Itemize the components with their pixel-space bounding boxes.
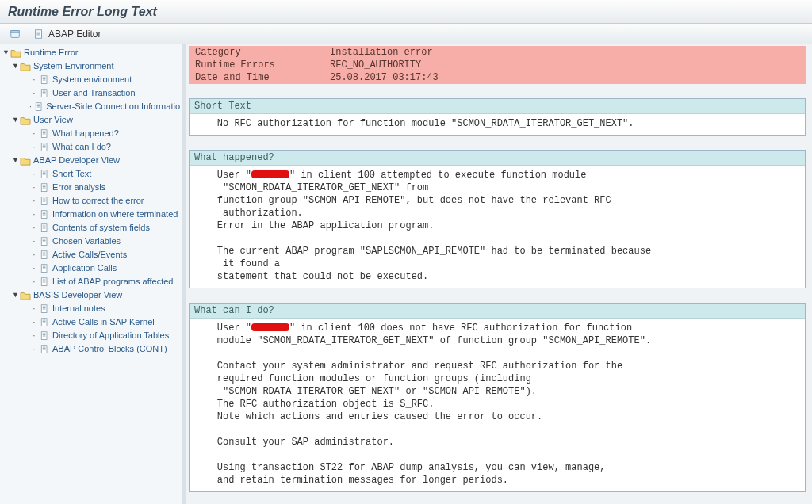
window-title: Runtime Error Long Text: [0, 0, 812, 24]
bullet-icon: ·: [31, 343, 37, 355]
tree-label: Contents of system fields: [52, 222, 150, 234]
tree-label: System environment: [52, 74, 132, 86]
tree-item[interactable]: ·Directory of Application Tables: [0, 329, 182, 342]
section-body: User "" in client 100 does not have RFC …: [190, 319, 805, 491]
tree-folder[interactable]: ▼ABAP Developer View: [0, 154, 182, 167]
tree-item[interactable]: ·What can I do?: [0, 140, 182, 154]
document-icon: [34, 102, 44, 112]
document-icon: [39, 277, 50, 287]
folder-icon: [20, 62, 31, 71]
tree-item[interactable]: ·Internal notes: [0, 302, 182, 315]
document-icon: [39, 264, 50, 273]
bullet-icon: ·: [31, 181, 37, 193]
tree-label: User View: [33, 114, 73, 126]
header-label: Category: [189, 46, 324, 59]
collapse-icon: ▼: [2, 47, 10, 59]
header-label: Date and Time: [189, 71, 324, 84]
header-value: 25.08.2017 03:17:43: [324, 71, 806, 84]
section-title: Short Text: [190, 99, 805, 114]
tree-folder[interactable]: ▼System Environment: [0, 59, 182, 73]
tree-label: ABAP Control Blocks (CONT): [52, 343, 167, 355]
document-icon: [39, 183, 50, 193]
document-icon: [39, 197, 50, 206]
bullet-icon: ·: [31, 276, 37, 288]
document-icon: [39, 223, 50, 233]
tree-item[interactable]: ·Server-Side Connection Informatio: [0, 100, 182, 113]
tree-folder[interactable]: ▼BASIS Developer View: [0, 288, 182, 302]
toolbar: ABAP Editor: [0, 24, 812, 44]
bullet-icon: ·: [31, 87, 37, 99]
header-label: Runtime Errors: [189, 59, 324, 71]
tree-label: Runtime Error: [24, 47, 78, 59]
tree-label: List of ABAP programs affected: [52, 276, 173, 288]
document-icon: [39, 129, 50, 139]
collapse-icon: ▼: [11, 289, 20, 301]
section-body: User "" in client 100 attempted to execu…: [190, 166, 805, 288]
tree-item[interactable]: ·ABAP Control Blocks (CONT): [0, 342, 182, 356]
document-icon: [39, 143, 50, 152]
svg-rect-1: [11, 30, 20, 32]
document-icon: [39, 210, 50, 220]
tree-item[interactable]: ·Chosen Variables: [0, 235, 182, 248]
toolbar-refresh-button[interactable]: [5, 25, 25, 43]
tree-item[interactable]: ·Error analysis: [0, 181, 182, 194]
nav-tree: ▼Runtime Error▼System Environment·System…: [0, 44, 182, 504]
content-area: CategoryInstallation errorRuntime Errors…: [186, 44, 812, 504]
svg-rect-2: [36, 29, 42, 38]
tree-item[interactable]: ·How to correct the error: [0, 194, 182, 208]
section-what-happened: What happened? User "" in client 100 att…: [189, 150, 806, 288]
section-title: What happened?: [190, 151, 805, 166]
tree-folder[interactable]: ▼User View: [0, 113, 182, 127]
tree-item[interactable]: ·What happened?: [0, 127, 182, 140]
tree-item[interactable]: ·Active Calls in SAP Kernel: [0, 315, 182, 329]
header-row: Runtime ErrorsRFC_NO_AUTHORITY: [189, 59, 806, 71]
document-icon: [32, 27, 46, 41]
section-what-can-i-do: What can I do? User "" in client 100 doe…: [189, 303, 806, 492]
bullet-icon: ·: [31, 208, 37, 220]
tree-label: Active Calls in SAP Kernel: [52, 316, 155, 328]
tree-label: Directory of Application Tables: [52, 330, 169, 342]
collapse-icon: ▼: [11, 60, 20, 72]
tree-label: System Environment: [33, 60, 113, 72]
bullet-icon: ·: [31, 330, 37, 342]
header-row: Date and Time25.08.2017 03:17:43: [189, 71, 806, 84]
tree-item[interactable]: ·Application Calls: [0, 262, 182, 275]
tree-item[interactable]: ·List of ABAP programs affected: [0, 275, 182, 288]
bullet-icon: ·: [31, 249, 37, 261]
tree-label: Error analysis: [52, 181, 105, 193]
tree-item[interactable]: ·User and Transaction: [0, 86, 182, 100]
folder-icon: [20, 116, 31, 125]
tree-item[interactable]: ·Active Calls/Events: [0, 248, 182, 262]
tree-item[interactable]: ·Contents of system fields: [0, 221, 182, 235]
document-icon: [39, 89, 50, 98]
header-row: CategoryInstallation error: [189, 46, 806, 59]
tree-item[interactable]: ·System environment: [0, 73, 182, 86]
tree-label: Application Calls: [52, 262, 117, 274]
bullet-icon: ·: [31, 195, 37, 207]
redacted-user: [251, 323, 289, 331]
tree-label: Short Text: [52, 168, 91, 180]
error-header-table: CategoryInstallation errorRuntime Errors…: [189, 46, 806, 84]
bullet-icon: ·: [31, 235, 37, 247]
bullet-icon: ·: [31, 316, 37, 328]
bullet-icon: ·: [31, 303, 37, 315]
tree-label: Internal notes: [52, 303, 105, 315]
document-icon: [39, 304, 50, 314]
tree-label: ABAP Developer View: [33, 155, 120, 166]
tree-label: Active Calls/Events: [52, 249, 127, 261]
section-body: No RFC authorization for function module…: [190, 114, 805, 135]
folder-icon: [20, 156, 31, 166]
tree-label: How to correct the error: [52, 195, 144, 207]
tree-item[interactable]: ·Information on where terminated: [0, 208, 182, 221]
abap-editor-label: ABAP Editor: [48, 29, 101, 40]
tree-root-runtime-error[interactable]: ▼Runtime Error: [0, 46, 182, 59]
folder-icon: [20, 291, 31, 300]
bullet-icon: ·: [31, 128, 37, 139]
tree-item[interactable]: ·Short Text: [0, 167, 182, 181]
abap-editor-button[interactable]: ABAP Editor: [29, 25, 104, 43]
bullet-icon: ·: [31, 262, 37, 274]
tree-label: Chosen Variables: [52, 235, 121, 247]
folder-icon: [10, 48, 21, 58]
redacted-user: [251, 170, 289, 178]
bullet-icon: ·: [31, 222, 37, 234]
